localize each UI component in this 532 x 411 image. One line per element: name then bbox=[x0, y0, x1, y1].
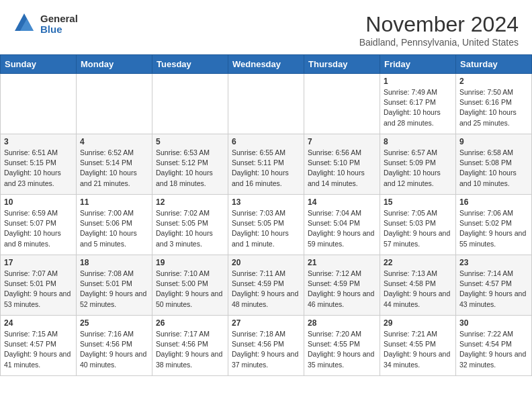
logo: General Blue bbox=[13, 12, 78, 36]
day-info: Sunrise: 6:57 AM Sunset: 5:09 PM Dayligh… bbox=[384, 148, 452, 189]
calendar-cell: 5Sunrise: 6:53 AM Sunset: 5:12 PM Daylig… bbox=[152, 134, 228, 195]
day-info: Sunrise: 6:55 AM Sunset: 5:11 PM Dayligh… bbox=[232, 148, 300, 189]
day-info: Sunrise: 7:08 AM Sunset: 5:01 PM Dayligh… bbox=[80, 269, 148, 310]
day-number: 19 bbox=[156, 258, 224, 267]
calendar-cell bbox=[228, 74, 304, 134]
calendar-cell bbox=[304, 74, 380, 134]
day-number: 7 bbox=[308, 137, 376, 146]
day-number: 11 bbox=[80, 197, 148, 207]
calendar-cell: 28Sunrise: 7:20 AM Sunset: 4:55 PM Dayli… bbox=[304, 316, 380, 376]
logo-text: General Blue bbox=[40, 13, 78, 36]
day-number: 2 bbox=[459, 77, 528, 86]
day-number: 24 bbox=[4, 318, 73, 328]
calendar-cell: 17Sunrise: 7:07 AM Sunset: 5:01 PM Dayli… bbox=[1, 255, 77, 316]
day-number: 17 bbox=[4, 258, 73, 267]
calendar-cell: 24Sunrise: 7:15 AM Sunset: 4:57 PM Dayli… bbox=[1, 316, 77, 376]
weekday-header-tuesday: Tuesday bbox=[152, 55, 228, 74]
calendar-cell: 18Sunrise: 7:08 AM Sunset: 5:01 PM Dayli… bbox=[77, 255, 152, 316]
day-info: Sunrise: 7:00 AM Sunset: 5:06 PM Dayligh… bbox=[80, 208, 148, 249]
day-info: Sunrise: 7:21 AM Sunset: 4:55 PM Dayligh… bbox=[384, 329, 452, 370]
day-number: 29 bbox=[384, 318, 452, 328]
day-info: Sunrise: 7:20 AM Sunset: 4:55 PM Dayligh… bbox=[308, 329, 376, 370]
day-number: 25 bbox=[80, 318, 148, 328]
title-block: November 2024 Baidland, Pennsylvania, Un… bbox=[359, 12, 519, 48]
calendar-cell: 25Sunrise: 7:16 AM Sunset: 4:56 PM Dayli… bbox=[77, 316, 152, 376]
day-info: Sunrise: 7:04 AM Sunset: 5:04 PM Dayligh… bbox=[308, 208, 376, 249]
day-info: Sunrise: 6:59 AM Sunset: 5:07 PM Dayligh… bbox=[4, 208, 73, 249]
day-number: 15 bbox=[384, 197, 452, 207]
calendar-week-row: 1Sunrise: 7:49 AM Sunset: 6:17 PM Daylig… bbox=[1, 74, 532, 134]
calendar-cell: 15Sunrise: 7:05 AM Sunset: 5:03 PM Dayli… bbox=[380, 195, 456, 255]
calendar-cell bbox=[1, 74, 77, 134]
calendar-cell: 16Sunrise: 7:06 AM Sunset: 5:02 PM Dayli… bbox=[456, 195, 532, 255]
day-number: 30 bbox=[459, 318, 528, 328]
location-subtitle: Baidland, Pennsylvania, United States bbox=[359, 37, 519, 48]
day-number: 14 bbox=[308, 197, 376, 207]
day-number: 20 bbox=[232, 258, 300, 267]
page-header: General Blue November 2024 Baidland, Pen… bbox=[0, 0, 532, 54]
day-info: Sunrise: 7:49 AM Sunset: 6:17 PM Dayligh… bbox=[384, 87, 452, 128]
calendar-cell: 6Sunrise: 6:55 AM Sunset: 5:11 PM Daylig… bbox=[228, 134, 304, 195]
day-info: Sunrise: 7:13 AM Sunset: 4:58 PM Dayligh… bbox=[384, 269, 452, 310]
day-info: Sunrise: 7:11 AM Sunset: 4:59 PM Dayligh… bbox=[232, 269, 300, 310]
calendar-week-row: 17Sunrise: 7:07 AM Sunset: 5:01 PM Dayli… bbox=[1, 255, 532, 316]
weekday-header-row: SundayMondayTuesdayWednesdayThursdayFrid… bbox=[1, 55, 532, 74]
logo-icon bbox=[13, 12, 35, 36]
calendar-cell: 8Sunrise: 6:57 AM Sunset: 5:09 PM Daylig… bbox=[380, 134, 456, 195]
calendar-cell: 12Sunrise: 7:02 AM Sunset: 5:05 PM Dayli… bbox=[152, 195, 228, 255]
calendar-cell: 26Sunrise: 7:17 AM Sunset: 4:56 PM Dayli… bbox=[152, 316, 228, 376]
day-info: Sunrise: 7:14 AM Sunset: 4:57 PM Dayligh… bbox=[459, 269, 528, 310]
day-info: Sunrise: 6:53 AM Sunset: 5:12 PM Dayligh… bbox=[156, 148, 224, 189]
month-year-title: November 2024 bbox=[359, 12, 519, 37]
calendar-cell: 30Sunrise: 7:22 AM Sunset: 4:54 PM Dayli… bbox=[456, 316, 532, 376]
day-number: 5 bbox=[156, 137, 224, 146]
calendar-cell: 4Sunrise: 6:52 AM Sunset: 5:14 PM Daylig… bbox=[77, 134, 152, 195]
calendar-cell: 21Sunrise: 7:12 AM Sunset: 4:59 PM Dayli… bbox=[304, 255, 380, 316]
day-info: Sunrise: 7:22 AM Sunset: 4:54 PM Dayligh… bbox=[459, 329, 528, 370]
calendar-cell: 1Sunrise: 7:49 AM Sunset: 6:17 PM Daylig… bbox=[380, 74, 456, 134]
calendar-cell: 13Sunrise: 7:03 AM Sunset: 5:05 PM Dayli… bbox=[228, 195, 304, 255]
calendar-cell: 9Sunrise: 6:58 AM Sunset: 5:08 PM Daylig… bbox=[456, 134, 532, 195]
day-number: 9 bbox=[459, 137, 528, 146]
calendar-cell: 29Sunrise: 7:21 AM Sunset: 4:55 PM Dayli… bbox=[380, 316, 456, 376]
day-number: 28 bbox=[308, 318, 376, 328]
day-number: 13 bbox=[232, 197, 300, 207]
calendar-cell: 20Sunrise: 7:11 AM Sunset: 4:59 PM Dayli… bbox=[228, 255, 304, 316]
day-number: 4 bbox=[80, 137, 148, 146]
logo-blue: Blue bbox=[40, 24, 78, 36]
calendar-week-row: 3Sunrise: 6:51 AM Sunset: 5:15 PM Daylig… bbox=[1, 134, 532, 195]
day-info: Sunrise: 7:17 AM Sunset: 4:56 PM Dayligh… bbox=[156, 329, 224, 370]
day-info: Sunrise: 6:58 AM Sunset: 5:08 PM Dayligh… bbox=[459, 148, 528, 189]
day-number: 22 bbox=[384, 258, 452, 267]
day-number: 10 bbox=[4, 197, 73, 207]
calendar-cell: 14Sunrise: 7:04 AM Sunset: 5:04 PM Dayli… bbox=[304, 195, 380, 255]
calendar-week-row: 24Sunrise: 7:15 AM Sunset: 4:57 PM Dayli… bbox=[1, 316, 532, 376]
day-number: 21 bbox=[308, 258, 376, 267]
calendar-cell: 2Sunrise: 7:50 AM Sunset: 6:16 PM Daylig… bbox=[456, 74, 532, 134]
weekday-header-monday: Monday bbox=[77, 55, 152, 74]
day-info: Sunrise: 6:52 AM Sunset: 5:14 PM Dayligh… bbox=[80, 148, 148, 189]
day-info: Sunrise: 7:10 AM Sunset: 5:00 PM Dayligh… bbox=[156, 269, 224, 310]
day-number: 26 bbox=[156, 318, 224, 328]
day-number: 23 bbox=[459, 258, 528, 267]
calendar-cell: 7Sunrise: 6:56 AM Sunset: 5:10 PM Daylig… bbox=[304, 134, 380, 195]
weekday-header-thursday: Thursday bbox=[304, 55, 380, 74]
weekday-header-friday: Friday bbox=[380, 55, 456, 74]
weekday-header-sunday: Sunday bbox=[1, 55, 77, 74]
day-number: 1 bbox=[384, 77, 452, 86]
day-info: Sunrise: 7:18 AM Sunset: 4:56 PM Dayligh… bbox=[232, 329, 300, 370]
day-number: 8 bbox=[384, 137, 452, 146]
day-info: Sunrise: 7:16 AM Sunset: 4:56 PM Dayligh… bbox=[80, 329, 148, 370]
logo-general: General bbox=[40, 13, 78, 25]
day-number: 3 bbox=[4, 137, 73, 146]
day-info: Sunrise: 6:51 AM Sunset: 5:15 PM Dayligh… bbox=[4, 148, 73, 189]
day-info: Sunrise: 7:15 AM Sunset: 4:57 PM Dayligh… bbox=[4, 329, 73, 370]
day-number: 12 bbox=[156, 197, 224, 207]
day-info: Sunrise: 7:05 AM Sunset: 5:03 PM Dayligh… bbox=[384, 208, 452, 249]
calendar-cell: 3Sunrise: 6:51 AM Sunset: 5:15 PM Daylig… bbox=[1, 134, 77, 195]
calendar-cell: 23Sunrise: 7:14 AM Sunset: 4:57 PM Dayli… bbox=[456, 255, 532, 316]
calendar-cell: 19Sunrise: 7:10 AM Sunset: 5:00 PM Dayli… bbox=[152, 255, 228, 316]
day-info: Sunrise: 6:56 AM Sunset: 5:10 PM Dayligh… bbox=[308, 148, 376, 189]
day-info: Sunrise: 7:06 AM Sunset: 5:02 PM Dayligh… bbox=[459, 208, 528, 249]
day-info: Sunrise: 7:03 AM Sunset: 5:05 PM Dayligh… bbox=[232, 208, 300, 249]
